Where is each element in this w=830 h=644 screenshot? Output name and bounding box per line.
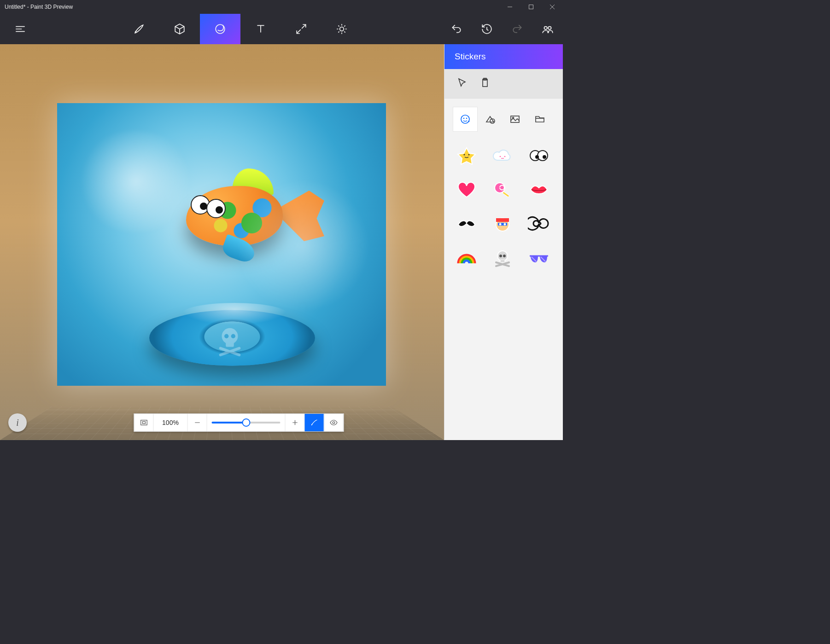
title-bar: Untitled* - Paint 3D Preview xyxy=(0,0,563,14)
sticker-star[interactable] xyxy=(454,145,479,167)
svg-point-2 xyxy=(340,27,344,31)
window-maximize-button[interactable] xyxy=(520,0,542,14)
svg-rect-31 xyxy=(496,218,509,222)
svg-rect-0 xyxy=(529,5,533,9)
svg-rect-6 xyxy=(226,342,234,347)
svg-point-8 xyxy=(231,334,235,338)
view-mode-button[interactable] xyxy=(324,414,343,431)
sticker-grid xyxy=(453,143,555,271)
skull-sticker-on-donut xyxy=(214,324,246,358)
svg-point-11 xyxy=(333,422,335,424)
sticker-cloud[interactable] xyxy=(490,145,515,167)
sticker-mustache[interactable] xyxy=(454,213,479,235)
zoom-percent[interactable]: 100% xyxy=(153,414,187,431)
fit-screen-button[interactable] xyxy=(134,414,153,431)
svg-point-16 xyxy=(466,118,468,119)
svg-point-25 xyxy=(538,151,548,161)
menu-button[interactable] xyxy=(0,14,41,44)
canvas-button[interactable] xyxy=(281,14,321,44)
svg-point-15 xyxy=(463,118,465,119)
history-button[interactable] xyxy=(472,14,502,44)
svg-point-21 xyxy=(468,154,470,156)
canvas-viewport[interactable]: i 100% xyxy=(0,44,444,440)
svg-point-33 xyxy=(499,223,502,226)
fish-object[interactable] xyxy=(168,163,315,264)
sticker-face[interactable] xyxy=(490,213,515,235)
svg-point-20 xyxy=(464,154,465,156)
svg-rect-9 xyxy=(140,420,147,425)
category-stickers[interactable] xyxy=(453,107,478,132)
artboard[interactable] xyxy=(57,103,386,386)
main-toolbar xyxy=(0,14,563,44)
svg-point-22 xyxy=(500,156,501,157)
zoom-slider[interactable] xyxy=(207,414,285,431)
sticker-skull[interactable] xyxy=(490,247,515,269)
text-button[interactable] xyxy=(240,14,281,44)
category-textures[interactable] xyxy=(503,107,527,132)
zoom-out-button[interactable] xyxy=(187,414,207,431)
select-tool-button[interactable] xyxy=(456,77,468,90)
donut-object[interactable] xyxy=(149,287,315,389)
stickers-button[interactable] xyxy=(200,14,240,44)
sticker-sunglasses[interactable] xyxy=(526,247,552,269)
svg-point-26 xyxy=(535,155,539,159)
window-close-button[interactable] xyxy=(542,0,563,14)
eyes-sticker-on-fish xyxy=(206,199,226,218)
zoom-bar: 100% xyxy=(134,413,344,432)
sticker-lips[interactable] xyxy=(526,179,552,201)
info-button[interactable]: i xyxy=(8,413,27,432)
redo-button[interactable] xyxy=(502,14,532,44)
window-title: Untitled* - Paint 3D Preview xyxy=(5,4,73,10)
svg-point-27 xyxy=(543,155,546,159)
svg-point-5 xyxy=(222,328,238,344)
svg-rect-29 xyxy=(503,191,509,197)
community-button[interactable] xyxy=(532,14,563,44)
3d-objects-button[interactable] xyxy=(159,14,200,44)
sticker-rainbow[interactable] xyxy=(454,247,479,269)
svg-point-37 xyxy=(499,255,502,257)
svg-point-7 xyxy=(224,334,228,338)
window-minimize-button[interactable] xyxy=(499,0,520,14)
sticker-category-tabs xyxy=(453,107,555,132)
sticker-spiral[interactable] xyxy=(526,213,552,235)
sidebar-tool-row xyxy=(444,69,563,99)
sidebar: Stickers xyxy=(444,44,563,440)
category-shapes[interactable] xyxy=(478,107,503,132)
undo-button[interactable] xyxy=(441,14,472,44)
effects-button[interactable] xyxy=(321,14,362,44)
svg-point-23 xyxy=(504,156,506,157)
svg-rect-10 xyxy=(142,422,145,424)
svg-point-3 xyxy=(544,27,547,30)
svg-point-38 xyxy=(503,255,506,257)
brushes-button[interactable] xyxy=(119,14,159,44)
category-browse[interactable] xyxy=(527,107,552,132)
view-3d-button[interactable] xyxy=(304,414,324,431)
paste-button[interactable] xyxy=(479,77,491,90)
sticker-eyes[interactable] xyxy=(526,145,552,167)
sticker-lollipop[interactable] xyxy=(490,179,515,201)
sidebar-title: Stickers xyxy=(444,44,563,69)
sticker-heart[interactable] xyxy=(454,179,479,201)
svg-point-4 xyxy=(548,27,551,30)
svg-point-14 xyxy=(461,115,469,123)
zoom-in-button[interactable] xyxy=(285,414,304,431)
svg-rect-36 xyxy=(500,260,505,262)
svg-point-34 xyxy=(504,223,506,226)
